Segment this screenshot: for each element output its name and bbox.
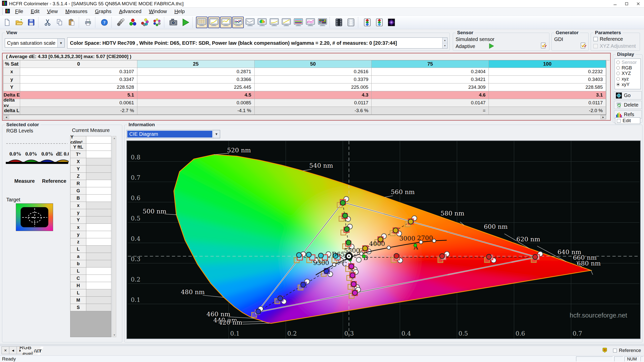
radio-circle[interactable] <box>616 72 620 75</box>
measure-cell[interactable]: 0.0085 <box>137 99 255 107</box>
new-document-button[interactable] <box>1 17 13 28</box>
bottom-splitter[interactable] <box>0 344 644 346</box>
view-gamma-button[interactable] <box>220 17 232 28</box>
measure-cell[interactable]: -2.0 % <box>489 107 606 115</box>
measure-cell[interactable]: 0.3366 <box>137 76 255 83</box>
measure-cell[interactable]: 4.6 <box>372 91 489 99</box>
capture-sensor-button[interactable] <box>168 17 179 28</box>
view-saturation-button[interactable] <box>305 17 316 28</box>
radio-circle[interactable] <box>616 83 620 86</box>
delete-button[interactable]: Delete <box>614 101 642 109</box>
view-scale-dropdown[interactable]: Cyan saturation scale ▼ <box>5 38 65 48</box>
save-file-button[interactable] <box>25 17 37 28</box>
measure-cell[interactable]: 0.2616 <box>255 68 372 76</box>
menu-item-graphs[interactable]: Graphs <box>91 8 115 15</box>
measure-cell[interactable]: -2.7 % <box>20 107 137 115</box>
measure-cell[interactable]: 228.585 <box>489 83 606 91</box>
view-color-bands-button[interactable] <box>293 17 304 28</box>
tab-scroll-left-button[interactable]: ◄ <box>9 346 17 354</box>
measure-cell[interactable]: -4.1 % <box>137 107 255 115</box>
rgb-film-1-button[interactable] <box>361 17 373 28</box>
measure-secondaries-button[interactable] <box>139 17 151 28</box>
reference-checkbox-box[interactable] <box>593 37 598 41</box>
measure-cell[interactable]: 4.3 <box>255 91 372 99</box>
measure-primaries-button[interactable] <box>127 17 139 28</box>
view-tracking-button[interactable] <box>244 17 256 28</box>
table-vertical-scrollbar[interactable] <box>607 60 610 61</box>
chevron-down-icon[interactable]: ▼ <box>57 39 64 47</box>
menu-item-window[interactable]: Window <box>145 8 171 15</box>
log-icon[interactable] <box>602 347 608 354</box>
measure-cell[interactable]: 0.3421 <box>372 76 489 83</box>
galaxy-pattern-button[interactable] <box>386 17 397 28</box>
chevron-down-icon[interactable]: ▼ <box>213 130 220 138</box>
reference-toggle[interactable]: Reference <box>611 347 643 354</box>
paste-button[interactable] <box>66 17 77 28</box>
view-measures-table-button[interactable] <box>196 17 208 28</box>
edit-checkbox-box[interactable] <box>617 119 621 123</box>
view-cie-diagram-button[interactable] <box>256 17 268 28</box>
menu-item-measures[interactable]: Measures <box>62 8 91 15</box>
menu-item-edit[interactable]: Edit <box>27 8 43 15</box>
measure-cell[interactable]: 5.1 <box>20 91 137 99</box>
menu-item-help[interactable]: Help <box>171 8 188 15</box>
measure-cell[interactable]: 4.5 <box>137 91 255 99</box>
run-measures-button[interactable] <box>180 17 191 28</box>
view-luminance-log-button[interactable] <box>268 17 280 28</box>
measure-grayscale-button[interactable] <box>115 17 127 28</box>
measure-cell[interactable]: 0.0147 <box>372 99 489 107</box>
measure-cell[interactable]: 3.1 <box>489 91 606 99</box>
close-button[interactable] <box>632 0 644 8</box>
measure-cell[interactable]: 0.0061 <box>20 99 137 107</box>
film-light-button[interactable] <box>345 17 357 28</box>
reference-checkbox[interactable]: Reference <box>591 35 625 43</box>
measure-cell[interactable]: 228.528 <box>20 83 137 91</box>
measure-cell[interactable]: 0.3347 <box>20 76 137 83</box>
sat-col-header-50[interactable]: 50 <box>255 60 372 68</box>
print-button[interactable] <box>82 17 94 28</box>
sensor-config-icon[interactable] <box>540 42 547 51</box>
display-radio-rgb[interactable]: RGB <box>616 65 639 71</box>
sensor-run-icon[interactable] <box>488 43 495 50</box>
measure-free-button[interactable] <box>151 17 163 28</box>
film-dark-button[interactable] <box>333 17 345 28</box>
copy-button[interactable] <box>54 17 65 28</box>
measure-cell[interactable]: 0.3403 <box>489 76 606 83</box>
sat-col-header-75[interactable]: 75 <box>372 60 489 68</box>
display-radio-xyz[interactable]: XYZ <box>616 71 639 76</box>
view-pattern-button[interactable] <box>317 17 328 28</box>
menu-item-advanced[interactable]: Advanced <box>115 8 145 15</box>
view-rgb-levels-button[interactable] <box>232 17 244 28</box>
measure-cell[interactable]: 0.2404 <box>372 68 489 76</box>
sat-col-header-100[interactable]: 100 <box>489 60 606 68</box>
edit-checkbox[interactable]: Edit <box>615 117 640 124</box>
view-gamma-2-button[interactable] <box>280 17 292 28</box>
menu-item-file[interactable]: File <box>11 8 27 15</box>
display-radio-xyz[interactable]: xyz <box>616 76 639 82</box>
view-luminance-button[interactable] <box>208 17 220 28</box>
scroll-left-icon[interactable]: ◄ <box>4 115 9 119</box>
measure-cell[interactable]: 0.0117 <box>255 99 372 107</box>
measure-cell[interactable]: 0.0117 <box>489 99 606 107</box>
cie-diagram[interactable]: 9300D655500400030002700ABC520 nm540 nm56… <box>127 141 641 339</box>
cut-button[interactable] <box>42 17 53 28</box>
sat-col-header-0[interactable]: 0 <box>20 60 137 68</box>
maximize-button[interactable] <box>621 0 632 8</box>
go-button[interactable]: Go <box>614 91 642 100</box>
measure-cell[interactable]: -3.6 % <box>255 107 372 115</box>
sat-col-header-25[interactable]: 25 <box>137 60 255 68</box>
radio-circle[interactable] <box>616 66 620 70</box>
measure-cell[interactable]: = <box>372 107 489 115</box>
measure-cell[interactable]: 0.2232 <box>489 68 606 76</box>
generator-config-icon[interactable] <box>579 42 587 51</box>
information-view-dropdown[interactable]: CIE Diagram ▼ <box>127 130 220 138</box>
measure-cell[interactable]: 0.3379 <box>255 76 372 83</box>
minimize-button[interactable] <box>609 0 621 8</box>
scroll-right-icon[interactable]: ► <box>600 115 606 119</box>
info-spinner[interactable]: ▲▼ <box>442 38 447 48</box>
open-file-button[interactable] <box>13 17 25 28</box>
display-radio-xyy[interactable]: xyY <box>616 82 639 87</box>
measure-cell[interactable]: 0.3107 <box>20 68 137 76</box>
table-horizontal-scrollbar[interactable]: ◄ ► <box>3 115 606 119</box>
tab-close-button[interactable]: ✕ <box>2 346 9 354</box>
